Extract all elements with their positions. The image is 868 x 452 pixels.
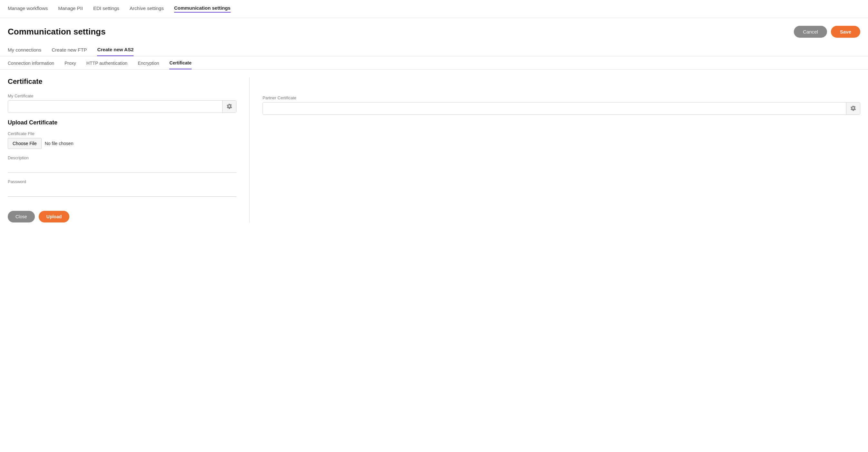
left-panel: Certificate My Certificate Upload Certif… bbox=[8, 77, 250, 222]
tab-connection-information[interactable]: Connection information bbox=[8, 57, 54, 69]
description-input[interactable] bbox=[8, 162, 237, 173]
password-label: Password bbox=[8, 179, 237, 184]
section-title: Certificate bbox=[8, 77, 237, 86]
file-input-wrapper: Choose File No file chosen bbox=[8, 138, 237, 149]
top-navigation: Manage workflows Manage PII EDI settings… bbox=[0, 0, 868, 18]
nav-edi-settings[interactable]: EDI settings bbox=[93, 5, 119, 12]
choose-file-button[interactable]: Choose File bbox=[8, 138, 41, 149]
partner-gear-icon bbox=[850, 105, 856, 112]
nav-archive-settings[interactable]: Archive settings bbox=[130, 5, 164, 12]
tab-encryption[interactable]: Encryption bbox=[138, 57, 159, 69]
password-input[interactable] bbox=[8, 186, 237, 197]
upload-button[interactable]: Upload bbox=[39, 211, 69, 222]
no-file-chosen-text: No file chosen bbox=[45, 141, 73, 146]
my-certificate-label: My Certificate bbox=[8, 94, 237, 98]
tab-my-connections[interactable]: My connections bbox=[8, 43, 41, 56]
nav-manage-workflows[interactable]: Manage workflows bbox=[8, 5, 48, 12]
partner-certificate-input[interactable] bbox=[263, 103, 846, 115]
tab-certificate[interactable]: Certificate bbox=[169, 57, 191, 69]
cancel-button[interactable]: Cancel bbox=[794, 26, 827, 38]
sub-navigation: My connections Create new FTP Create new… bbox=[0, 43, 868, 57]
upload-certificate-title: Upload Certificate bbox=[8, 119, 237, 126]
page-header: Communication settings Cancel Save bbox=[0, 18, 868, 43]
gear-icon bbox=[226, 103, 232, 110]
my-certificate-field-wrapper bbox=[8, 100, 237, 113]
save-button[interactable]: Save bbox=[831, 26, 860, 38]
page-title: Communication settings bbox=[8, 27, 105, 37]
tab-create-new-ftp[interactable]: Create new FTP bbox=[52, 43, 87, 56]
partner-certificate-field-wrapper bbox=[262, 102, 860, 115]
my-certificate-gear-button[interactable] bbox=[222, 101, 236, 112]
tab-proxy[interactable]: Proxy bbox=[64, 57, 76, 69]
header-buttons: Cancel Save bbox=[794, 26, 860, 38]
certificate-file-label: Certificate File bbox=[8, 131, 237, 136]
right-panel: Partner Certificate bbox=[250, 77, 860, 222]
content-area: Certificate My Certificate Upload Certif… bbox=[0, 70, 868, 230]
tab-create-new-as2[interactable]: Create new AS2 bbox=[97, 43, 133, 56]
my-certificate-input[interactable] bbox=[8, 101, 222, 112]
description-label: Description bbox=[8, 155, 237, 160]
partner-certificate-gear-button[interactable] bbox=[846, 102, 860, 115]
bottom-buttons: Close Upload bbox=[8, 211, 237, 222]
tab-http-authentication[interactable]: HTTP authentication bbox=[87, 57, 127, 69]
nav-communication-settings[interactable]: Communication settings bbox=[174, 5, 230, 12]
sub-navigation-2: Connection information Proxy HTTP authen… bbox=[0, 57, 868, 70]
close-button[interactable]: Close bbox=[8, 211, 35, 222]
nav-manage-pii[interactable]: Manage PII bbox=[58, 5, 83, 12]
partner-certificate-label: Partner Certificate bbox=[262, 95, 860, 100]
